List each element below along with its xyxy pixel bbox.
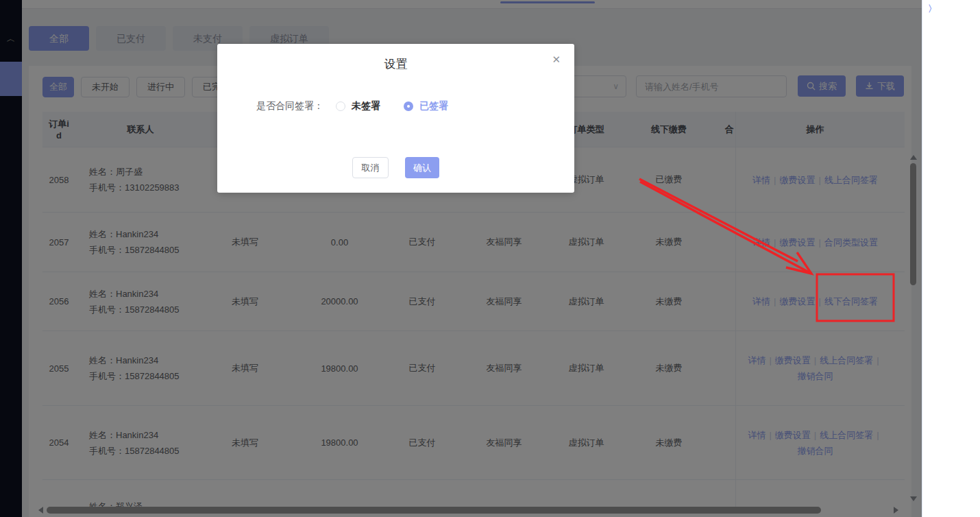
radio-option-未签署[interactable]: 未签署 xyxy=(336,100,380,112)
dialog-title: 设置 xyxy=(217,56,574,72)
radio-options: 未签署已签署 xyxy=(336,100,471,112)
radio-option-已签署[interactable]: 已签署 xyxy=(404,100,448,112)
close-icon[interactable]: ✕ xyxy=(552,53,561,66)
radio-unchecked-icon[interactable] xyxy=(336,101,345,111)
contract-sign-question-row: 是否合同签署： 未签署已签署 xyxy=(256,100,471,112)
right-side-panel: 〉 xyxy=(922,0,980,517)
confirm-button[interactable]: 确认 xyxy=(405,157,439,178)
cancel-button[interactable]: 取消 xyxy=(352,157,389,178)
radio-checked-icon[interactable] xyxy=(404,101,413,111)
radio-option-label: 未签署 xyxy=(352,100,380,112)
expand-panel-icon[interactable]: 〉 xyxy=(928,3,937,15)
settings-dialog: 设置 ✕ 是否合同签署： 未签署已签署 取消 确认 xyxy=(217,44,574,193)
radio-option-label: 已签署 xyxy=(419,100,448,112)
question-label: 是否合同签署： xyxy=(256,100,323,112)
